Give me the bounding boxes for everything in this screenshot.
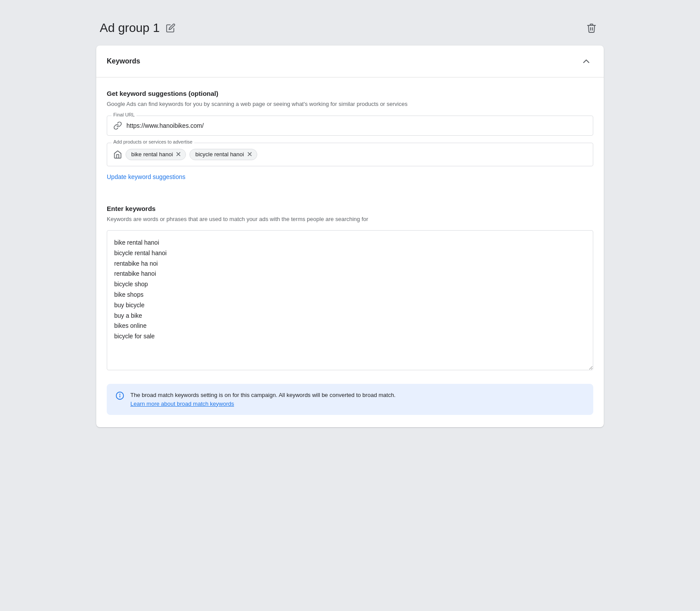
tag-remove-bicycle-rental-hanoi[interactable]: ✕ — [247, 151, 252, 158]
url-field-label: Final URL — [112, 112, 136, 117]
update-suggestions-link[interactable]: Update keyword suggestions — [107, 173, 186, 180]
enter-keywords-description: Keywords are words or phrases that are u… — [107, 215, 593, 224]
store-icon — [113, 150, 122, 159]
enter-keywords-section: Enter keywords Keywords are words or phr… — [107, 205, 593, 372]
suggestions-section: Get keyword suggestions (optional) Googl… — [107, 90, 593, 193]
card-title: Keywords — [107, 57, 140, 65]
tag-bike-rental-hanoi: bike rental hanoi ✕ — [126, 149, 186, 160]
info-banner: The broad match keywords setting is on f… — [107, 384, 593, 415]
page-title-group: Ad group 1 — [100, 21, 177, 35]
info-icon — [116, 391, 124, 401]
card-body: Get keyword suggestions (optional) Googl… — [96, 77, 604, 427]
enter-keywords-title: Enter keywords — [107, 205, 593, 212]
suggestions-title: Get keyword suggestions (optional) — [107, 90, 593, 97]
link-icon — [113, 121, 122, 130]
pencil-icon — [166, 23, 175, 33]
tags-input-container: bike rental hanoi ✕ bicycle rental hanoi… — [107, 143, 593, 166]
tag-bicycle-rental-hanoi: bicycle rental hanoi ✕ — [189, 149, 257, 160]
page-header: Ad group 1 — [96, 9, 604, 46]
info-banner-message: The broad match keywords setting is on f… — [130, 392, 396, 398]
info-banner-text: The broad match keywords setting is on f… — [130, 391, 396, 408]
url-input[interactable] — [126, 122, 587, 129]
collapse-button[interactable] — [579, 54, 593, 68]
page-title: Ad group 1 — [100, 21, 160, 35]
url-field-wrapper: Final URL — [107, 116, 593, 136]
chevron-up-icon — [581, 56, 592, 67]
page-container: Ad group 1 Keywords — [96, 9, 604, 427]
keywords-textarea[interactable]: bike rental hanoi bicycle rental hanoi r… — [107, 230, 593, 370]
card-header: Keywords — [96, 46, 604, 77]
edit-button[interactable] — [164, 21, 177, 35]
learn-more-link[interactable]: Learn more about broad match keywords — [130, 400, 234, 407]
products-field-label: Add products or services to advertise — [112, 139, 194, 144]
keywords-card: Keywords Get keyword suggestions (option… — [96, 46, 604, 427]
products-field-wrapper: Add products or services to advertise bi… — [107, 143, 593, 166]
tag-label: bicycle rental hanoi — [195, 151, 244, 158]
tag-label: bike rental hanoi — [131, 151, 173, 158]
suggestions-description: Google Ads can find keywords for you by … — [107, 100, 593, 109]
url-input-container — [107, 116, 593, 135]
delete-button[interactable] — [583, 19, 600, 37]
tag-remove-bike-rental-hanoi[interactable]: ✕ — [175, 151, 181, 158]
trash-icon — [586, 23, 597, 33]
